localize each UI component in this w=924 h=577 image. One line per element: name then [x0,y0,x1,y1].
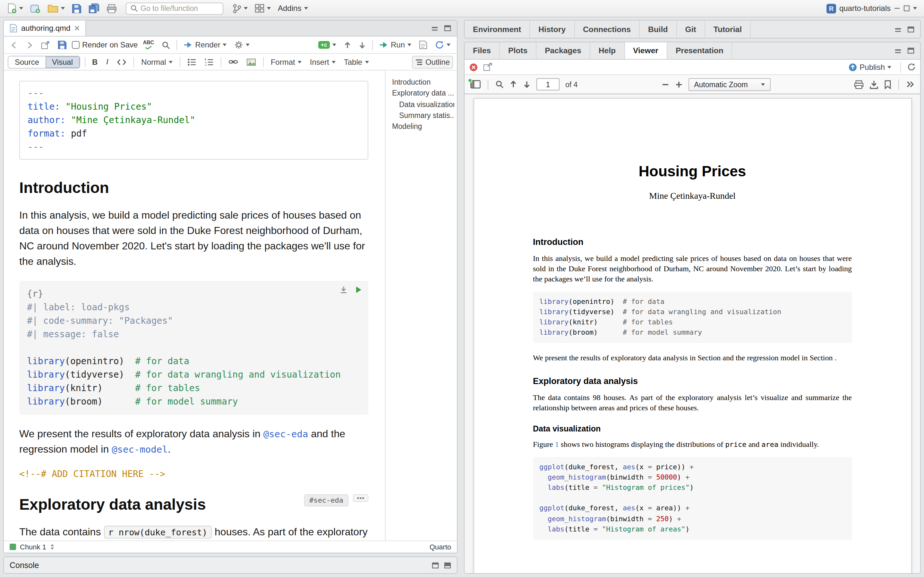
tab-help[interactable]: Help [590,42,625,59]
toggle-sidebar-button[interactable] [470,80,481,89]
pdf-author: Mine Çetinkaya-Rundel [533,191,852,201]
outline-item-data-visualization[interactable]: Data visualization [392,99,454,110]
table-menu[interactable]: Table [341,56,371,68]
tab-tutorial[interactable]: Tutorial [705,21,751,38]
tab-authoring-qmd[interactable]: authoring.qmd [4,21,86,36]
tab-files[interactable]: Files [465,42,500,59]
save-all-button[interactable] [86,2,102,15]
heading-options-button[interactable] [353,494,368,502]
find-replace-button[interactable] [159,39,173,50]
numbered-list-button[interactable] [202,57,216,67]
more-tools-button[interactable] [906,81,914,88]
tab-viewer[interactable]: Viewer [625,42,667,59]
clear-viewer-button[interactable] [469,63,478,71]
format-menu[interactable]: Format [268,56,304,68]
run-chunk-icon[interactable] [355,286,362,293]
render-on-save-checkbox[interactable]: Render on Save [72,40,137,49]
pdf-search-button[interactable] [495,80,504,89]
tab-git[interactable]: Git [677,21,705,38]
run-chunks-above-icon[interactable] [339,286,348,293]
render-settings-button[interactable] [232,39,252,51]
pdf-download-button[interactable] [869,80,879,89]
image-button[interactable] [244,57,258,67]
code-format-button[interactable] [114,57,129,66]
print-button[interactable] [104,2,120,15]
tab-presentation[interactable]: Presentation [667,42,732,59]
close-icon[interactable] [74,26,79,31]
minimize-pane-icon[interactable] [431,25,438,31]
maximize-pane-icon[interactable] [907,47,914,54]
maximize-pane-icon[interactable] [444,25,451,31]
maximize-console-icon[interactable] [444,562,451,568]
pdf-viewport[interactable]: Housing Prices Mine Çetinkaya-Rundel Int… [465,94,920,573]
outline-item-introduction[interactable]: Introduction [392,77,454,88]
paragraph-style-dropdown[interactable]: Normal [139,56,175,68]
workspace-panes-button[interactable] [252,3,273,14]
maximize-pane-icon[interactable] [907,26,914,32]
forward-button[interactable] [23,40,36,50]
outline-toggle-button[interactable]: Outline [412,55,453,68]
addins-label: Addins [278,4,301,13]
open-in-browser-button[interactable] [483,63,492,71]
new-file-button[interactable] [5,2,26,15]
previous-page-button[interactable] [509,80,517,89]
zoom-out-button[interactable] [661,81,669,88]
render-on-save-input[interactable] [72,41,79,49]
next-page-button[interactable] [523,80,531,89]
open-in-new-window-button[interactable] [39,39,53,50]
yaml-metadata-block[interactable]: ---title: "Housing Prices"author: "Mine … [19,81,368,160]
render-on-save-label: Render on Save [82,40,137,49]
page-number-input[interactable] [536,78,559,90]
tab-history[interactable]: History [530,21,575,38]
outline-item-eda[interactable]: Exploratory data ... [392,88,454,99]
zoom-level-select[interactable]: Automatic Zoom [688,78,771,91]
save-button[interactable] [69,2,84,15]
link-button[interactable] [226,58,241,66]
source-document-button[interactable] [417,39,430,51]
tab-plots[interactable]: Plots [500,42,536,59]
new-project-button[interactable] [27,2,43,15]
tab-environment[interactable]: Environment [465,21,530,38]
render-button[interactable]: Render [181,39,229,51]
visual-mode-button[interactable]: Visual [45,56,79,68]
publish-button[interactable]: Publish [845,61,894,73]
document-mode-label[interactable]: Quarto [430,543,451,551]
source-mode-button[interactable]: Source [8,56,45,68]
bold-button[interactable]: B [89,56,100,68]
tab-packages[interactable]: Packages [536,42,590,59]
project-menu-button[interactable]: R quarto-tutorials [824,2,919,15]
outline-item-summary-statistics[interactable]: Summary statis... [392,110,454,121]
tab-connections[interactable]: Connections [575,21,640,38]
chunk-stepper-icon[interactable] [50,544,55,550]
open-file-button[interactable] [45,3,67,14]
goto-file-input[interactable] [141,5,219,12]
italic-button[interactable]: I [103,56,111,68]
version-control-button[interactable] [230,2,250,15]
zoom-in-button[interactable] [675,81,682,88]
code-chunk-load-pkgs[interactable]: {r}#| label: load-pkgs#| code-summary: "… [19,281,368,415]
current-view-bookmark-button[interactable] [884,80,891,89]
restore-pane-icon[interactable] [432,562,439,568]
goto-file-search[interactable] [126,2,223,15]
tab-build[interactable]: Build [640,21,677,38]
insert-menu[interactable]: Insert [307,56,338,68]
console-header[interactable]: Console [4,557,457,573]
pdf-print-button[interactable] [854,80,864,89]
go-next-section-button[interactable] [356,40,368,50]
minimize-pane-icon[interactable] [895,26,901,32]
back-button[interactable] [8,40,21,50]
chunk-status-label[interactable]: Chunk 1 [20,543,46,551]
refresh-viewer-button[interactable] [907,63,916,71]
rerender-button[interactable] [433,39,453,51]
bullet-list-button[interactable] [185,57,199,67]
insert-chunk-button[interactable]: +c [315,40,339,50]
spellcheck-button[interactable]: ABC [140,39,157,51]
outline-item-modeling[interactable]: Modeling [392,121,454,132]
save-document-button[interactable] [55,39,69,51]
minimize-pane-icon[interactable] [895,47,901,54]
addins-button[interactable]: Addins [275,3,310,14]
go-previous-section-button[interactable] [341,40,354,50]
visual-editor-canvas[interactable]: ---title: "Housing Prices"author: "Mine … [4,71,385,540]
run-button[interactable]: Run [376,39,414,51]
chevron-down-icon [61,7,65,10]
